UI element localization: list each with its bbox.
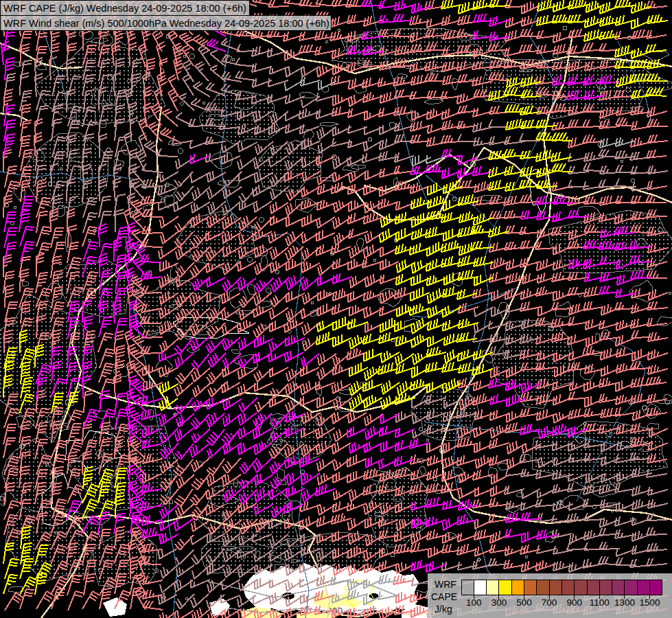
svg-text:1300: 1300 (614, 597, 635, 608)
svg-text:1500: 1500 (639, 597, 660, 608)
svg-text:CAPE: CAPE (431, 591, 457, 602)
svg-text:WRF Wind shear (m/s) 500/1000h: WRF Wind shear (m/s) 500/1000hPa Wednesd… (3, 18, 329, 29)
svg-text:WRF: WRF (435, 579, 456, 590)
svg-text:WRF CAPE (J/kg) Wednesday 24-0: WRF CAPE (J/kg) Wednesday 24-09-2025 18:… (3, 3, 246, 14)
svg-text:900: 900 (566, 597, 582, 608)
svg-text:J/kg: J/kg (435, 604, 452, 615)
svg-text:700: 700 (542, 597, 557, 608)
svg-text:1100: 1100 (590, 597, 610, 608)
svg-text:100: 100 (466, 597, 482, 608)
svg-text:500: 500 (516, 597, 532, 608)
svg-text:300: 300 (491, 597, 507, 608)
